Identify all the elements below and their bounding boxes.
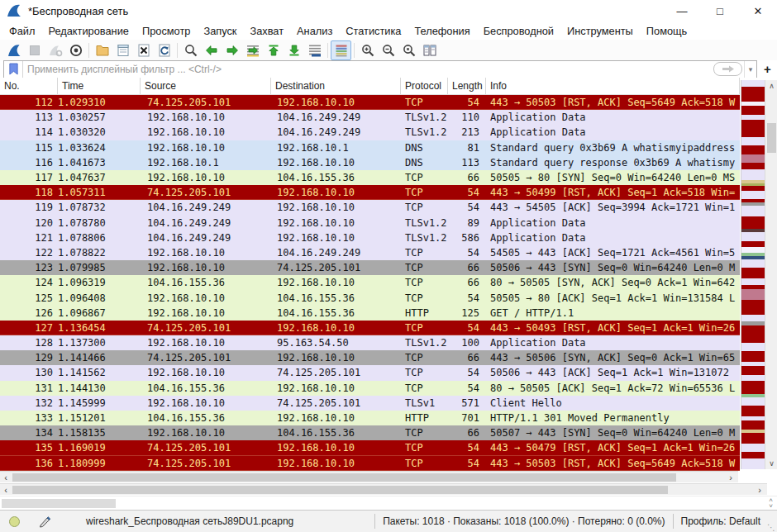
menu-statistics[interactable]: Статистика [344,23,403,39]
packet-row-118[interactable]: 1181.05731174.125.205.101192.168.10.10TC… [0,185,740,200]
packet-row-133[interactable]: 1331.151201104.16.155.36192.168.10.10HTT… [0,411,740,425]
packet-row-135[interactable]: 1351.16901974.125.205.101192.168.10.10TC… [0,440,740,455]
add-filter-button[interactable]: + [761,63,774,76]
scroll-up-icon[interactable]: ∧ [765,80,777,92]
column-header-info[interactable]: Info [486,78,740,94]
menu-capture[interactable]: Захват [248,23,285,39]
apply-filter-button[interactable] [713,62,742,76]
vertical-scrollbar[interactable]: ∧ ∨ [765,80,777,469]
packet-row-113[interactable]: 1131.030257192.168.10.10104.16.249.249TL… [0,110,740,125]
first-packet-icon[interactable] [263,40,284,60]
prev-packet-icon[interactable] [201,40,222,60]
close-button[interactable]: ✕ [739,0,777,21]
reload-file-icon[interactable] [154,40,174,60]
find-packet-icon[interactable] [180,40,201,60]
cell-protocol: HTTP [401,307,448,319]
packet-list-hscrollbar[interactable]: ‹ › [0,471,738,482]
capture-options-icon[interactable] [45,40,65,60]
expert-info-icon[interactable] [8,515,21,528]
packet-row-119[interactable]: 1191.078732104.16.249.249192.168.10.10TC… [0,200,740,215]
packet-row-130[interactable]: 1301.141562192.168.10.1074.125.205.101TC… [0,365,740,380]
menu-tools[interactable]: Инструменты [565,23,635,39]
packet-row-124[interactable]: 1241.096319104.16.155.36192.168.10.10TCP… [0,275,740,290]
pane-handle[interactable] [2,499,116,508]
cell-length: 110 [448,112,486,123]
next-packet-icon[interactable] [222,40,242,60]
packet-row-128[interactable]: 1281.137300192.168.10.1095.163.54.50TLSv… [0,335,740,350]
cell-no: 129 [0,352,58,363]
menu-telephony[interactable]: Телефония [412,23,471,39]
cell-no: 118 [0,187,58,198]
restart-capture-icon[interactable] [65,40,86,60]
menu-edit[interactable]: Редактирование [46,23,130,39]
packet-row-117[interactable]: 1171.047637192.168.10.10104.16.155.36TCP… [0,170,740,185]
profile-selector[interactable]: Профиль: Default [681,515,761,527]
menu-wireless[interactable]: Беспроводной [482,23,555,39]
display-filter-input[interactable] [23,64,713,75]
menu-file[interactable]: Файл [7,23,36,39]
menu-help[interactable]: Помощь [645,23,689,39]
vertical-scroll-thumb[interactable] [767,123,776,153]
start-capture-icon[interactable] [3,40,24,60]
scroll-right-icon[interactable]: › [725,472,736,482]
menu-view[interactable]: Просмотр [141,23,192,39]
scroll-right-icon[interactable]: › [754,484,765,495]
packet-row-125[interactable]: 1251.096408192.168.10.10104.16.155.36TCP… [0,290,740,305]
packet-row-131[interactable]: 1311.144130104.16.155.36192.168.10.10TCP… [0,381,740,396]
column-header-destination[interactable]: Destination [271,78,401,94]
open-file-icon[interactable] [92,40,112,60]
packet-row-123[interactable]: 1231.079985192.168.10.1074.125.205.101TC… [0,260,740,275]
last-packet-icon[interactable] [284,40,304,60]
packet-row-126[interactable]: 1261.096867192.168.10.10104.16.155.36HTT… [0,306,740,321]
cell-info: 443 → 50503 [RST, ACK] Seq=5649 Ack=518 … [486,458,740,469]
maximize-button[interactable]: □ [701,0,739,21]
packet-row-129[interactable]: 1291.14146674.125.205.101192.168.10.10TC… [0,350,740,365]
display-filter-field[interactable]: ▾ [3,60,757,78]
column-header-no[interactable]: No. [0,78,58,94]
goto-packet-icon[interactable] [242,40,263,60]
packet-row-127[interactable]: 1271.13645474.125.205.101192.168.10.10TC… [0,321,740,335]
minimize-button[interactable]: — [663,0,701,21]
close-file-icon[interactable] [133,40,154,60]
packet-row-116[interactable]: 1161.041673192.168.10.1192.168.10.10DNS1… [0,155,740,170]
packet-row-136[interactable]: 1361.18099974.125.205.101192.168.10.10TC… [0,456,740,471]
capture-comment-icon[interactable] [39,515,51,528]
column-header-source[interactable]: Source [141,78,271,94]
scroll-left-icon[interactable]: ‹ [0,472,12,482]
filter-dropdown-caret-icon[interactable]: ▾ [744,61,756,78]
colorize-icon[interactable] [331,40,351,60]
packet-row-114[interactable]: 1141.030320192.168.10.10104.16.249.249TL… [0,125,740,140]
stop-capture-icon[interactable] [24,40,45,60]
packet-list: No.TimeSourceDestinationProtocolLengthIn… [0,78,777,471]
autoscroll-icon[interactable] [304,40,325,60]
column-header-protocol[interactable]: Protocol [401,78,448,94]
save-file-icon[interactable] [112,40,133,60]
hscroll-thumb[interactable] [12,473,676,482]
zoom-in-icon[interactable] [357,40,378,60]
menu-analyze[interactable]: Анализ [295,23,334,39]
packet-row-122[interactable]: 1221.078822192.168.10.10104.16.249.249TC… [0,245,740,260]
hscroll-thumb[interactable] [12,486,668,494]
packet-row-115[interactable]: 1151.033624192.168.10.10192.168.10.1DNS8… [0,140,740,155]
packet-row-132[interactable]: 1321.145999192.168.10.1074.125.205.101TL… [0,396,740,411]
packet-minimap-scrollbar[interactable] [741,80,765,469]
column-header-length[interactable]: Length [448,78,486,94]
packet-row-121[interactable]: 1211.078806104.16.249.249192.168.10.10TL… [0,230,740,245]
menu-go[interactable]: Запуск [202,23,238,39]
pane-spinner[interactable]: ˄˅ [769,497,773,509]
scroll-left-icon[interactable]: ‹ [0,484,12,495]
zoom-original-icon[interactable] [398,40,419,60]
resize-columns-icon[interactable] [419,40,440,60]
column-header-time[interactable]: Time [58,78,141,94]
packet-row-134[interactable]: 1341.158135192.168.10.10104.16.155.36TCP… [0,425,740,440]
secondary-hscrollbar[interactable]: ‹ › [0,483,767,495]
packet-row-120[interactable]: 1201.078780104.16.249.249192.168.10.10TL… [0,216,740,230]
scroll-down-icon[interactable]: ∨ [765,458,777,469]
filter-bookmark-icon[interactable] [4,61,23,78]
minimap-stripe [741,259,765,268]
cell-destination: 192.168.10.10 [271,277,401,288]
zoom-out-icon[interactable] [378,40,398,60]
packet-row-112[interactable]: 1121.02931074.125.205.101192.168.10.10TC… [0,95,740,110]
cell-destination: 192.168.10.10 [271,217,401,229]
cell-time: 1.137300 [58,337,141,349]
